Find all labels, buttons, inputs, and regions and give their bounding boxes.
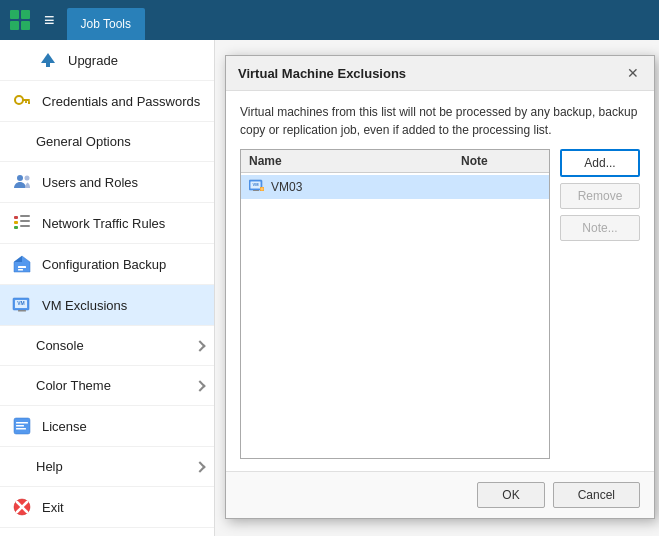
sidebar-item-config-backup[interactable]: Configuration Backup (0, 244, 214, 285)
upgrade-icon (36, 48, 60, 72)
sidebar-item-upgrade[interactable]: Upgrade (0, 40, 214, 81)
dialog-content-area: Name Note VM (240, 149, 640, 459)
svg-rect-7 (22, 99, 30, 101)
cancel-button[interactable]: Cancel (553, 482, 640, 508)
svg-rect-16 (20, 220, 30, 222)
dialog-description: Virtual machines from this list will not… (240, 103, 640, 139)
svg-rect-25 (18, 310, 26, 312)
svg-rect-28 (16, 425, 24, 427)
network-icon (10, 211, 34, 235)
sidebar-item-credentials[interactable]: Credentials and Passwords (0, 81, 214, 122)
general-label: General Options (36, 134, 204, 149)
sidebar-item-network[interactable]: Network Traffic Rules (0, 203, 214, 244)
svg-rect-29 (16, 428, 26, 430)
exit-icon (10, 495, 34, 519)
svg-rect-21 (18, 269, 23, 271)
svg-point-10 (17, 175, 23, 181)
svg-point-6 (15, 96, 23, 104)
remove-button[interactable]: Remove (560, 183, 640, 209)
svg-rect-9 (25, 101, 27, 103)
color-theme-label: Color Theme (36, 378, 196, 393)
svg-rect-2 (10, 21, 19, 30)
ok-button[interactable]: OK (477, 482, 544, 508)
help-chevron-icon (194, 461, 205, 472)
config-backup-icon (10, 252, 34, 276)
svg-rect-3 (21, 21, 30, 30)
credentials-label: Credentials and Passwords (42, 94, 204, 109)
svg-rect-12 (14, 216, 18, 219)
column-note-header: Note (461, 154, 541, 168)
sidebar-item-vm-exclusions[interactable]: VM VM Exclusions (0, 285, 214, 326)
svg-rect-20 (18, 266, 26, 268)
sidebar-item-license[interactable]: License (0, 406, 214, 447)
add-button[interactable]: Add... (560, 149, 640, 177)
svg-rect-27 (16, 422, 28, 424)
network-label: Network Traffic Rules (42, 216, 204, 231)
key-icon (10, 89, 34, 113)
config-backup-label: Configuration Backup (42, 257, 204, 272)
app-logo-icon (8, 8, 32, 32)
dialog-title: Virtual Machine Exclusions (238, 66, 406, 81)
svg-rect-17 (20, 225, 30, 227)
license-label: License (42, 419, 204, 434)
vm-item-name: VM03 (271, 180, 461, 194)
dialog-title-bar: Virtual Machine Exclusions ✕ (226, 56, 654, 91)
sidebar-item-help[interactable]: Help (0, 447, 214, 487)
vm-item-icon: VM (249, 179, 265, 195)
svg-rect-0 (10, 10, 19, 19)
users-label: Users and Roles (42, 175, 204, 190)
license-icon (10, 414, 34, 438)
svg-rect-14 (14, 226, 18, 229)
vm-list-body: VM VM03 (241, 173, 549, 201)
users-icon (10, 170, 34, 194)
svg-rect-5 (46, 63, 50, 67)
dialog-close-button[interactable]: ✕ (624, 64, 642, 82)
main-content: Virtual Machine Exclusions ✕ Virtual mac… (215, 40, 659, 536)
job-tools-tab[interactable]: Job Tools (67, 8, 145, 40)
console-chevron-icon (194, 340, 205, 351)
svg-rect-37 (253, 190, 259, 191)
sidebar-item-exit[interactable]: Exit (0, 487, 214, 528)
sidebar-item-users[interactable]: Users and Roles (0, 162, 214, 203)
note-button[interactable]: Note... (560, 215, 640, 241)
svg-rect-1 (21, 10, 30, 19)
svg-rect-8 (28, 101, 30, 104)
vm-exclusions-label: VM Exclusions (42, 298, 204, 313)
console-label: Console (36, 338, 196, 353)
sidebar-item-general[interactable]: General Options (0, 122, 214, 162)
exit-label: Exit (42, 500, 204, 515)
vm-list-item[interactable]: VM VM03 (241, 175, 549, 199)
sidebar-item-color-theme[interactable]: Color Theme (0, 366, 214, 406)
vm-exclusions-dialog: Virtual Machine Exclusions ✕ Virtual mac… (225, 55, 655, 519)
dialog-action-buttons: Add... Remove Note... (560, 149, 640, 459)
toolbar: ≡ Job Tools (0, 0, 659, 40)
sidebar-item-console[interactable]: Console (0, 326, 214, 366)
vm-list-container: Name Note VM (240, 149, 550, 459)
upgrade-label: Upgrade (68, 53, 204, 68)
svg-point-11 (25, 176, 30, 181)
svg-text:VM: VM (253, 182, 260, 187)
app-window: ≡ Job Tools Upgrade (0, 0, 659, 536)
svg-marker-4 (41, 53, 55, 63)
dialog-footer: OK Cancel (226, 471, 654, 518)
column-name-header: Name (249, 154, 461, 168)
hamburger-menu-icon[interactable]: ≡ (38, 6, 61, 35)
vm-list-header: Name Note (241, 150, 549, 173)
vm-exclusions-icon: VM (10, 293, 34, 317)
svg-rect-13 (14, 221, 18, 224)
help-label: Help (36, 459, 196, 474)
color-theme-chevron-icon (194, 380, 205, 391)
dialog-body: Virtual machines from this list will not… (226, 91, 654, 471)
svg-text:VM: VM (17, 300, 25, 306)
svg-rect-15 (20, 215, 30, 217)
sidebar: Upgrade Credentials and Passwords Genera… (0, 40, 215, 536)
